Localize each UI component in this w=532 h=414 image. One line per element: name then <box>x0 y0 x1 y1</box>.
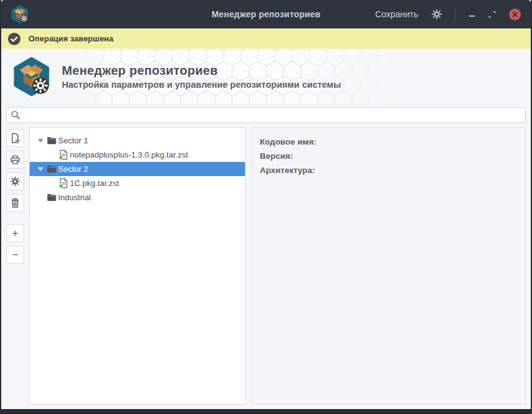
expander-icon[interactable] <box>36 166 45 172</box>
restore-icon <box>488 11 496 19</box>
gear-icon <box>431 9 442 20</box>
notification-bar: Операция завершена <box>1 28 531 49</box>
close-icon <box>512 12 518 17</box>
add-item-button[interactable]: + <box>6 224 24 242</box>
add-file-button[interactable] <box>6 129 24 147</box>
minimize-button[interactable] <box>469 12 475 17</box>
titlebar: Менеджер репозиториев Сохранить <box>1 0 531 28</box>
folder-icon <box>46 164 57 174</box>
folder-icon <box>46 136 57 145</box>
tree-row[interactable]: notepadplusplus-1.3.0.pkg.tar.zst <box>30 148 245 162</box>
titlebar-gear-button[interactable] <box>431 9 442 20</box>
file-icon <box>58 150 69 160</box>
app-window: Менеджер репозиториев Сохранить <box>1 0 531 409</box>
expander-icon[interactable] <box>36 138 45 143</box>
minimize-icon <box>469 15 475 17</box>
tree-row[interactable]: Sector 2 <box>30 162 245 176</box>
save-button[interactable]: Сохранить <box>375 9 418 19</box>
header-banner: Менеджер репозиториев Настройка параметр… <box>1 49 531 104</box>
tree-item-label: notepadplusplus-1.3.0.pkg.tar.zst <box>70 150 188 159</box>
main-area: + − Sector 1 notepadplusplus-1.3.0.pkg.t… <box>1 127 526 405</box>
side-toolbar: + − <box>1 127 29 405</box>
restore-button[interactable] <box>488 11 496 19</box>
folder-icon <box>46 193 57 202</box>
detail-field-architecture: Архитектура: <box>260 163 518 177</box>
file-icon <box>58 178 69 188</box>
tree-item-label: Sector 2 <box>58 164 88 174</box>
success-check-icon <box>7 32 21 46</box>
trash-icon <box>10 198 20 208</box>
detail-field-codename: Кодовое имя: <box>260 135 518 149</box>
repo-tree[interactable]: Sector 1 notepadplusplus-1.3.0.pkg.tar.z… <box>29 127 246 405</box>
settings-button[interactable] <box>6 172 24 190</box>
close-button[interactable] <box>509 9 521 20</box>
delete-button[interactable] <box>6 194 24 212</box>
app-logo-icon <box>11 5 29 23</box>
tree-item-label: Sector 1 <box>58 136 88 145</box>
remove-item-button[interactable]: − <box>6 246 24 264</box>
tree-row[interactable]: 1C.pkg.tar.zst <box>30 176 245 190</box>
page-subtitle: Настройка параметров и управление репози… <box>62 80 341 90</box>
app-logo-icon-large <box>12 57 51 96</box>
search-input[interactable] <box>6 107 526 123</box>
details-panel: Кодовое имя: Версия: Архитектура: <box>252 127 526 405</box>
notification-message: Операция завершена <box>28 34 113 43</box>
titlebar-separator <box>455 8 456 20</box>
tree-item-label: Industrial <box>58 193 91 202</box>
search-icon <box>11 110 21 120</box>
tree-row[interactable]: Sector 1 <box>30 133 245 148</box>
file-plus-icon <box>10 133 20 143</box>
gear-icon <box>10 176 20 187</box>
page-title: Менеджер репозиториев <box>62 64 341 78</box>
printer-icon <box>10 154 20 165</box>
tree-item-label: 1C.pkg.tar.zst <box>70 179 119 188</box>
detail-field-version: Версия: <box>260 149 518 163</box>
tree-row[interactable]: Industrial <box>30 190 245 205</box>
print-button[interactable] <box>6 151 24 169</box>
